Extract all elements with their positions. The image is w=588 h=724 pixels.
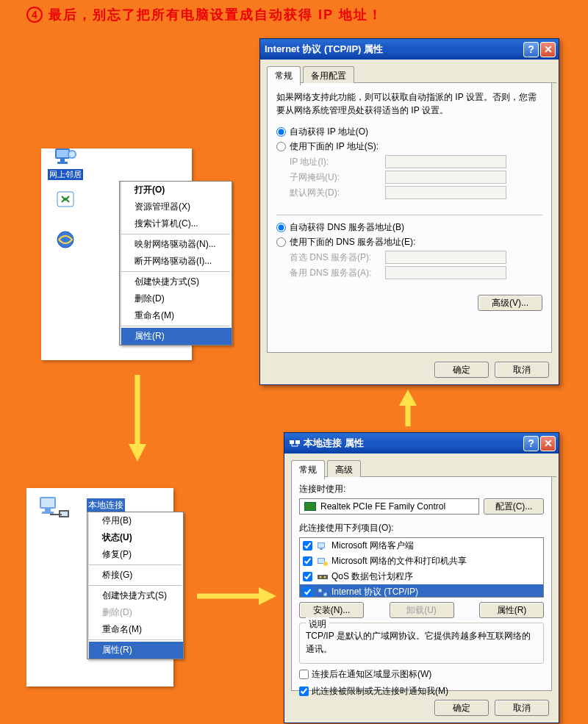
ok-button[interactable]: 确定 xyxy=(434,700,489,716)
uninstall-button: 卸载(U) xyxy=(390,602,454,618)
tcpip-dialog: Internet 协议 (TCP/IP) 属性 ? ✕ 常规 备用配置 如果网络… xyxy=(259,38,559,385)
uses-items-label: 此连接使用下列项目(O): xyxy=(299,522,544,534)
ie-icon[interactable]: Internet Explorer xyxy=(44,229,87,269)
connect-using-label: 连接时使用: xyxy=(299,483,544,495)
menu-item[interactable]: 桥接(G) xyxy=(87,567,183,584)
menu-item[interactable]: 创建快捷方式(S) xyxy=(87,587,183,604)
svg-rect-28 xyxy=(318,543,324,548)
network-neighborhood-icon[interactable]: 网上邻居 xyxy=(44,147,87,180)
radio-auto-ip[interactable]: 自动获得 IP 地址(O) xyxy=(276,126,542,138)
menu-item[interactable]: 停用(B) xyxy=(87,512,183,529)
description-group: 说明 TCP/IP 是默认的广域网协议。它提供跨越多种互联网络的通讯。 xyxy=(299,623,544,664)
dialog-title: Internet 协议 (TCP/IP) 属性 xyxy=(265,43,522,56)
checkbox-notify-limited[interactable]: 此连接被限制或无连接时通知我(M) xyxy=(299,685,544,698)
tab-general[interactable]: 常规 xyxy=(291,460,325,479)
svg-rect-13 xyxy=(45,509,51,512)
close-button[interactable]: ✕ xyxy=(540,42,556,57)
lan-connection-label[interactable]: 本地连接 xyxy=(87,498,125,512)
radio-manual-dns[interactable]: 使用下面的 DNS 服务器地址(E): xyxy=(276,236,542,248)
menu-item[interactable]: 断开网络驱动器(I)... xyxy=(120,253,232,270)
dialog-title: 本地连接 属性 xyxy=(304,437,522,450)
ip-address-input xyxy=(385,155,506,168)
lan-properties-dialog: 本地连接 属性 ? ✕ 常规 高级 连接时使用: Realtek PCIe FE… xyxy=(284,432,559,723)
checkbox-show-tray-icon[interactable]: 连接后在通知区域显示图标(W) xyxy=(299,668,544,681)
gateway-input xyxy=(385,186,506,199)
install-button[interactable]: 安装(N)... xyxy=(299,602,364,618)
menu-item[interactable]: 删除(D) xyxy=(120,290,232,307)
svg-marker-10 xyxy=(129,444,146,462)
advanced-button[interactable]: 高级(V)... xyxy=(478,295,542,311)
titlebar[interactable]: Internet 协议 (TCP/IP) 属性 ? ✕ xyxy=(260,39,559,60)
cancel-button[interactable]: 取消 xyxy=(495,362,549,378)
svg-rect-22 xyxy=(290,440,294,444)
svg-marker-19 xyxy=(259,587,276,605)
menu-item[interactable]: 映射网络驱动器(N)... xyxy=(120,236,232,253)
step-header: 4 最后，别忘了把所有电脑设置成自动获得 IP 地址！ xyxy=(26,6,383,24)
menu-item[interactable]: 打开(O) xyxy=(120,182,232,198)
svg-marker-20 xyxy=(399,390,417,406)
radio-auto-dns[interactable]: 自动获得 DNS 服务器地址(B) xyxy=(276,221,542,234)
menu-item: 删除(D) xyxy=(87,604,183,621)
menu-item[interactable]: 属性(R) xyxy=(120,328,232,345)
lan-connection-icon[interactable] xyxy=(37,495,75,527)
svg-rect-36 xyxy=(318,589,322,592)
dns-primary-label: 首选 DNS 服务器(P): xyxy=(290,251,385,264)
tab-general[interactable]: 常规 xyxy=(267,66,301,85)
dns-primary-input xyxy=(385,251,506,264)
configure-button[interactable]: 配置(C)... xyxy=(484,498,544,515)
svg-rect-31 xyxy=(318,559,324,563)
help-button[interactable]: ? xyxy=(523,42,539,57)
tcpip-description: 如果网络支持此功能，则可以获取自动指派的 IP 设置。否则，您需要从网络系统管理… xyxy=(276,90,542,117)
lan-titlebar-icon xyxy=(289,437,301,449)
menu-item[interactable]: 重命名(M) xyxy=(87,621,183,638)
titlebar[interactable]: 本地连接 属性 ? ✕ xyxy=(284,433,559,454)
tabstrip: 常规 高级 xyxy=(291,459,556,477)
svg-rect-14 xyxy=(42,512,54,514)
svg-rect-33 xyxy=(318,575,328,579)
svg-rect-12 xyxy=(41,498,54,507)
context-menu-network: 打开(O)资源管理器(X)搜索计算机(C)...映射网络驱动器(N)...断开网… xyxy=(119,181,232,345)
nic-chip-icon xyxy=(304,502,316,511)
dns-secondary-input xyxy=(385,266,506,279)
gateway-label: 默认网关(D): xyxy=(290,187,385,199)
ok-button[interactable]: 确定 xyxy=(434,362,489,378)
svg-rect-2 xyxy=(60,159,65,162)
menu-item[interactable]: 重命名(M) xyxy=(120,307,232,324)
close-button[interactable]: ✕ xyxy=(540,436,556,451)
subnet-mask-input xyxy=(385,171,506,184)
help-button[interactable]: ? xyxy=(523,436,539,451)
svg-rect-29 xyxy=(320,548,323,550)
list-item[interactable]: QoS 数据包计划程序 xyxy=(300,569,543,584)
menu-item[interactable]: 资源管理器(X) xyxy=(120,198,232,215)
menu-item[interactable]: 搜索计算机(C)... xyxy=(120,215,232,232)
cancel-button[interactable]: 取消 xyxy=(495,700,549,716)
recycle-bin-icon[interactable]: 回收站 xyxy=(44,189,87,222)
properties-button[interactable]: 属性(R) xyxy=(479,602,544,618)
radio-manual-ip[interactable]: 使用下面的 IP 地址(S): xyxy=(276,140,542,153)
menu-item[interactable]: 属性(R) xyxy=(87,642,183,659)
menu-item[interactable]: 修复(P) xyxy=(87,546,183,563)
arrow-down-icon xyxy=(126,375,148,463)
desktop-panel-1: 网上邻居 回收站 Internet Explorer 打开(O)资源管理器(X)… xyxy=(41,148,192,360)
context-menu-lan: 停用(B)状态(U)修复(P)桥接(G)创建快捷方式(S)删除(D)重命名(M)… xyxy=(87,512,184,659)
svg-point-35 xyxy=(324,576,326,578)
svg-point-5 xyxy=(69,151,75,157)
dns-secondary-label: 备用 DNS 服务器(A): xyxy=(290,267,385,279)
step-number-badge: 4 xyxy=(26,7,43,23)
svg-rect-23 xyxy=(295,440,300,444)
list-item[interactable]: Internet 协议 (TCP/IP) xyxy=(300,584,543,598)
arrow-right-icon xyxy=(197,585,278,607)
components-listbox[interactable]: Microsoft 网络客户端Microsoft 网络的文件和打印机共享QoS … xyxy=(299,537,544,598)
tabstrip: 常规 备用配置 xyxy=(267,65,556,83)
svg-rect-1 xyxy=(57,150,68,157)
subnet-mask-label: 子网掩码(U): xyxy=(290,171,385,184)
svg-point-34 xyxy=(320,576,322,578)
nic-display: Realtek PCIe FE Family Control xyxy=(299,498,479,515)
list-item[interactable]: Microsoft 网络客户端 xyxy=(300,538,543,553)
menu-item[interactable]: 创建快捷方式(S) xyxy=(120,273,232,290)
ip-address-label: IP 地址(I): xyxy=(290,156,385,168)
desktop-panel-2: 本地连接 停用(B)状态(U)修复(P)桥接(G)创建快捷方式(S)删除(D)重… xyxy=(26,488,173,687)
menu-item[interactable]: 状态(U) xyxy=(87,529,183,546)
svg-point-32 xyxy=(323,562,328,566)
list-item[interactable]: Microsoft 网络的文件和打印机共享 xyxy=(300,553,543,569)
